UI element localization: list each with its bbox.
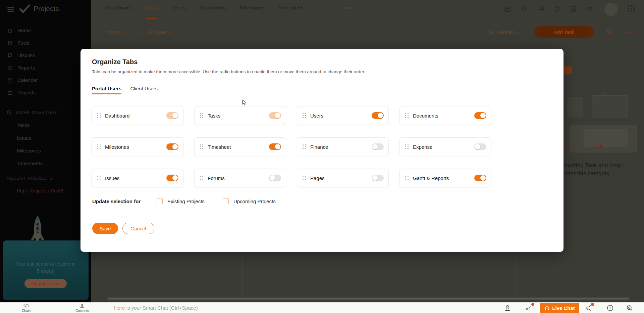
toggle-knob bbox=[275, 113, 280, 118]
app-root: DashboardTasksUsersDocumentsMilestonesTi… bbox=[0, 0, 644, 313]
tab-dashboard[interactable]: Dashboard bbox=[106, 5, 131, 14]
save-button[interactable]: Save bbox=[92, 223, 118, 234]
empty-state-card bbox=[568, 97, 583, 117]
toggle-forums[interactable] bbox=[269, 175, 281, 181]
tab-card-milestones: Milestones bbox=[92, 137, 183, 156]
add-new-icon[interactable] bbox=[504, 5, 511, 12]
drag-arrow-illustration bbox=[557, 131, 617, 158]
checkbox-existing-projects[interactable] bbox=[157, 198, 163, 204]
divider bbox=[518, 304, 518, 312]
bell-icon[interactable] bbox=[538, 5, 545, 12]
horizontal-scrollbar[interactable] bbox=[107, 298, 629, 300]
guided-tour-icon[interactable] bbox=[525, 304, 532, 312]
toggle-knob bbox=[372, 175, 378, 181]
toggle-pages[interactable] bbox=[372, 175, 384, 181]
checkbox-upcoming-projects[interactable] bbox=[223, 198, 229, 204]
sidebar-item-projects[interactable]: Projects bbox=[0, 86, 91, 99]
tab-timesheet[interactable]: Timesheet bbox=[278, 5, 302, 14]
toggle-users[interactable] bbox=[372, 112, 384, 119]
live-chat-label: Live Chat bbox=[552, 305, 575, 311]
drag-handle-icon[interactable] bbox=[303, 113, 306, 118]
drag-handle-icon[interactable] bbox=[97, 113, 101, 118]
all-open-filter[interactable]: All Open bbox=[148, 30, 171, 35]
add-task-button[interactable]: Add Task bbox=[534, 26, 594, 38]
chats-button[interactable]: Chats bbox=[16, 303, 36, 313]
toggle-tasks[interactable] bbox=[269, 112, 281, 119]
toggle-timesheet[interactable] bbox=[269, 143, 281, 150]
tab-tasks[interactable]: Tasks bbox=[145, 5, 159, 14]
zoom-search-icon[interactable] bbox=[626, 304, 633, 312]
tab-milestones[interactable]: Milestones bbox=[239, 5, 264, 14]
toggle-milestones[interactable] bbox=[166, 143, 178, 150]
sidebar-item-timesheets[interactable]: Timesheets bbox=[0, 157, 91, 170]
drag-handle-icon[interactable] bbox=[405, 113, 409, 118]
help-icon[interactable]: ? bbox=[606, 304, 614, 312]
search-icon[interactable] bbox=[520, 5, 528, 12]
smart-chat-input[interactable]: Here is your Smart Chat (Ctrl+Space) bbox=[114, 305, 198, 311]
sidebar-item-home[interactable]: Home bbox=[0, 24, 91, 37]
toggle-gantt-reports[interactable] bbox=[474, 175, 486, 181]
modal-tab-client-users[interactable]: Client Users bbox=[130, 86, 158, 94]
tab-card-pages: Pages bbox=[297, 169, 389, 187]
drag-handle-icon[interactable] bbox=[200, 176, 204, 180]
sidebar-item-issues[interactable]: Issues bbox=[0, 131, 91, 144]
sidebar-item-tasks[interactable]: Tasks bbox=[0, 119, 91, 131]
drag-handle-icon[interactable] bbox=[97, 144, 101, 149]
support-desk-icon[interactable] bbox=[504, 304, 511, 312]
modal-tab-portal-users[interactable]: Portal Users bbox=[92, 86, 121, 94]
hamburger-menu-icon[interactable] bbox=[7, 7, 14, 12]
sidebar-item-recent-project[interactable]: Repir Request | CoolB bbox=[17, 188, 63, 193]
view-selector[interactable]: Kanban bbox=[497, 30, 519, 35]
drag-handle-icon[interactable] bbox=[303, 176, 306, 180]
live-chat-button[interactable]: Live Chat bbox=[540, 303, 579, 313]
more-actions-icon[interactable] bbox=[625, 32, 631, 33]
toggle-knob bbox=[172, 113, 178, 118]
toggle-dashboard[interactable] bbox=[166, 112, 178, 119]
toggle-knob bbox=[270, 175, 275, 181]
contacts-button[interactable]: Contacts bbox=[72, 303, 92, 313]
tab-card-label: Issues bbox=[105, 175, 166, 181]
gear-icon[interactable] bbox=[586, 5, 594, 12]
store-icon[interactable] bbox=[570, 5, 577, 12]
user-avatar[interactable] bbox=[604, 3, 618, 16]
toggle-finance[interactable] bbox=[372, 143, 384, 150]
filter-icon[interactable] bbox=[606, 28, 613, 36]
contacts-label: Contacts bbox=[72, 309, 92, 313]
toggle-expense[interactable] bbox=[474, 143, 486, 150]
tab-card-label: Tasks bbox=[208, 113, 269, 119]
breadcrumb-chevron-icon: › bbox=[139, 29, 140, 35]
sidebar-item-milestones[interactable]: Milestones bbox=[0, 144, 91, 157]
drag-handle-icon[interactable] bbox=[405, 176, 409, 180]
drag-handle-icon[interactable] bbox=[200, 113, 204, 118]
drag-handle-icon[interactable] bbox=[303, 144, 306, 149]
sidebar-item-calendar[interactable]: Calendar bbox=[0, 74, 91, 86]
clock-icon bbox=[7, 110, 12, 115]
apps-grid-icon[interactable] bbox=[628, 5, 635, 11]
drag-handle-icon[interactable] bbox=[405, 144, 409, 149]
toggle-knob bbox=[480, 113, 486, 118]
toggle-knob bbox=[475, 144, 480, 149]
tab-documents[interactable]: Documents bbox=[200, 5, 226, 14]
sidebar-item-discuss[interactable]: Discuss bbox=[0, 49, 91, 61]
toggle-issues[interactable] bbox=[166, 175, 178, 181]
chevron-down-icon bbox=[516, 32, 519, 34]
sidebar-item-feed[interactable]: Feed bbox=[0, 37, 91, 49]
drag-handle-icon[interactable] bbox=[97, 176, 101, 180]
drag-handle-icon[interactable] bbox=[200, 144, 204, 149]
upgrade-now-button[interactable]: Upgrade Now bbox=[24, 279, 67, 288]
cancel-button[interactable]: Cancel bbox=[122, 223, 154, 234]
board-column-divider bbox=[515, 253, 516, 297]
sidebar-item-label: Discuss bbox=[17, 52, 35, 58]
modal-title: Organize Tabs bbox=[92, 58, 138, 66]
tab-users[interactable]: Users bbox=[172, 5, 185, 14]
more-tabs-icon[interactable] bbox=[345, 7, 352, 9]
work-overview-header[interactable]: WORK OVERVIEW bbox=[0, 110, 91, 115]
timer-icon[interactable] bbox=[553, 5, 561, 12]
toggle-documents[interactable] bbox=[474, 112, 486, 119]
status-filter[interactable]: Status bbox=[106, 30, 124, 35]
work-overview-menu: TasksIssuesMilestonesTimesheets bbox=[0, 119, 91, 170]
toggle-knob bbox=[172, 144, 178, 149]
chevron-down-icon bbox=[169, 32, 171, 34]
column-count-badge bbox=[562, 66, 572, 75]
sidebar-item-reports[interactable]: Reports bbox=[0, 61, 91, 74]
